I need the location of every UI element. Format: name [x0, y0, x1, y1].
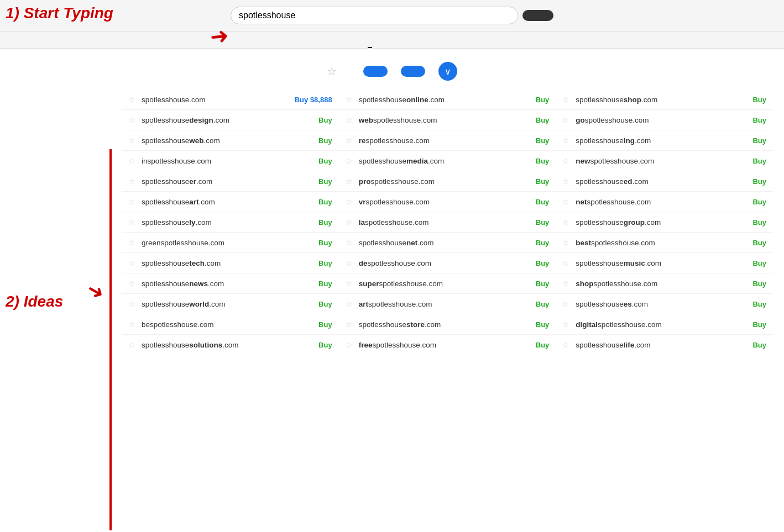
buy-link[interactable]: Buy: [752, 157, 766, 165]
buy-link[interactable]: Buy: [752, 198, 766, 206]
tab-for-sale[interactable]: [390, 38, 394, 48]
star-icon[interactable]: ☆: [562, 238, 571, 247]
search-input[interactable]: [239, 10, 505, 20]
star-icon[interactable]: ☆: [562, 115, 571, 124]
buy-link[interactable]: Buy: [318, 239, 332, 247]
star-icon[interactable]: ☆: [346, 259, 354, 267]
star-icon[interactable]: ☆: [562, 299, 571, 308]
dropdown-button[interactable]: ∨: [438, 62, 457, 81]
star-icon[interactable]: ☆: [562, 136, 571, 145]
buy-link[interactable]: Buy: [536, 218, 550, 227]
star-icon[interactable]: ☆: [128, 320, 137, 329]
buy-link[interactable]: Buy: [536, 96, 550, 104]
star-icon[interactable]: ☆: [346, 197, 354, 206]
domain-name-text: spotlesshouseworld.com: [142, 300, 314, 308]
buy-link[interactable]: Buy: [536, 320, 550, 329]
star-icon[interactable]: ☆: [346, 320, 354, 329]
star-icon[interactable]: ☆: [128, 238, 137, 247]
buy-link[interactable]: Buy: [318, 218, 332, 227]
star-icon[interactable]: ☆: [128, 279, 137, 288]
star-icon[interactable]: ☆: [562, 218, 571, 227]
featured-star-icon[interactable]: ☆: [327, 65, 337, 78]
domain-row: ☆spotlesshousemusic.comBuy: [556, 253, 773, 273]
star-icon[interactable]: ☆: [346, 115, 354, 124]
buy-link[interactable]: Buy: [318, 157, 332, 165]
star-icon[interactable]: ☆: [346, 136, 354, 145]
search-button[interactable]: [522, 10, 553, 21]
buy-link[interactable]: Buy: [318, 259, 332, 267]
star-icon[interactable]: ☆: [346, 238, 354, 247]
star-icon[interactable]: ☆: [346, 218, 354, 227]
domain-row: ☆spotlesshouseonline.comBuy: [339, 89, 556, 110]
buy-link[interactable]: Buy: [752, 218, 766, 227]
domain-row: ☆laspotlesshouse.comBuy: [339, 212, 556, 233]
star-icon[interactable]: ☆: [562, 320, 571, 329]
star-icon[interactable]: ☆: [346, 95, 354, 104]
buy-link[interactable]: Buy: [536, 157, 550, 165]
buy-featured-button[interactable]: [401, 66, 425, 77]
star-icon[interactable]: ☆: [346, 340, 354, 349]
buy-link[interactable]: Buy: [536, 116, 550, 124]
buy-link[interactable]: Buy: [752, 320, 766, 329]
buy-link[interactable]: Buy: [318, 320, 332, 329]
buy-link[interactable]: Buy: [536, 198, 550, 206]
tab-expired-domains[interactable]: [412, 38, 416, 48]
buy-link[interactable]: Buy: [752, 341, 766, 349]
buy-link[interactable]: Buy: [752, 96, 766, 104]
buy-link[interactable]: Buy: [318, 280, 332, 288]
star-icon[interactable]: ☆: [346, 177, 354, 186]
domain-row: ☆spotlesshousetech.comBuy: [122, 253, 339, 273]
buy-link[interactable]: Buy: [536, 259, 550, 267]
tab-domains[interactable]: [323, 38, 328, 48]
buy-link[interactable]: Buy: [318, 198, 332, 206]
star-icon[interactable]: ☆: [128, 259, 137, 267]
star-icon[interactable]: ☆: [346, 279, 354, 288]
tab-hot[interactable]: [456, 38, 461, 48]
star-icon[interactable]: ☆: [128, 115, 137, 124]
buy-link[interactable]: Buy: [752, 136, 766, 145]
star-icon[interactable]: ☆: [562, 95, 571, 104]
buy-link[interactable]: Buy: [752, 116, 766, 124]
domain-row: ☆freespotlesshouse.comBuy: [339, 335, 556, 355]
star-icon[interactable]: ☆: [128, 95, 137, 104]
star-icon[interactable]: ☆: [128, 197, 137, 206]
buy-link[interactable]: Buy: [752, 177, 766, 186]
star-icon[interactable]: ☆: [562, 197, 571, 206]
star-icon[interactable]: ☆: [128, 156, 137, 165]
star-icon[interactable]: ☆: [128, 136, 137, 145]
star-icon[interactable]: ☆: [346, 156, 354, 165]
star-icon[interactable]: ☆: [562, 177, 571, 186]
buy-link[interactable]: Buy: [536, 341, 550, 349]
buy-link[interactable]: Buy $8,888: [295, 96, 332, 104]
star-icon[interactable]: ☆: [128, 299, 137, 308]
appraise-button[interactable]: [363, 66, 388, 77]
buy-link[interactable]: Buy: [318, 116, 332, 124]
star-icon[interactable]: ☆: [128, 177, 137, 186]
buy-link[interactable]: Buy: [752, 300, 766, 308]
star-icon[interactable]: ☆: [562, 340, 571, 349]
star-icon[interactable]: ☆: [128, 340, 137, 349]
buy-link[interactable]: Buy: [536, 177, 550, 186]
buy-link[interactable]: Buy: [536, 136, 550, 145]
buy-link[interactable]: Buy: [536, 300, 550, 308]
star-icon[interactable]: ☆: [562, 279, 571, 288]
buy-link[interactable]: Buy: [318, 300, 332, 308]
tab-extensions[interactable]: [346, 38, 350, 48]
tab-name-generator[interactable]: [434, 38, 438, 48]
buy-link[interactable]: Buy: [318, 341, 332, 349]
star-icon[interactable]: ☆: [128, 218, 137, 227]
star-icon[interactable]: ☆: [562, 259, 571, 267]
buy-link[interactable]: Buy: [318, 136, 332, 145]
buy-link[interactable]: Buy: [536, 280, 550, 288]
buy-link[interactable]: Buy: [752, 259, 766, 267]
star-icon[interactable]: ☆: [346, 299, 354, 308]
buy-link[interactable]: Buy: [318, 177, 332, 186]
domain-name-text: spotlesshouseshop.com: [576, 96, 748, 104]
domain-name-text: spotlesshouseing.com: [576, 136, 748, 145]
domain-row: ☆spotlesshouseworld.comBuy: [122, 294, 339, 314]
tab-domain-generator[interactable]: [368, 38, 372, 48]
buy-link[interactable]: Buy: [536, 239, 550, 247]
star-icon[interactable]: ☆: [562, 156, 571, 165]
buy-link[interactable]: Buy: [752, 239, 766, 247]
buy-link[interactable]: Buy: [752, 280, 766, 288]
